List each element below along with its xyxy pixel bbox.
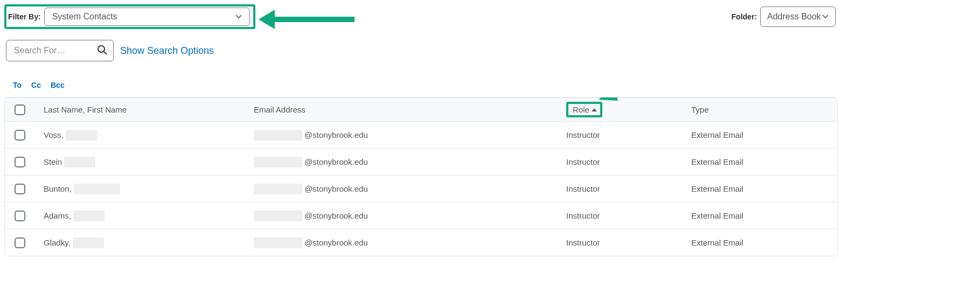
cell-role: Instructor xyxy=(558,211,683,220)
redacted-email-local xyxy=(254,157,302,167)
recipient-links: To Cc Bcc xyxy=(13,81,976,89)
filter-by-select[interactable]: System Contacts xyxy=(44,8,250,26)
show-search-options-link[interactable]: Show Search Options xyxy=(120,45,214,57)
redacted-email-local xyxy=(254,211,302,221)
cell-lastname: Gladky, xyxy=(44,238,71,247)
filter-by-label: Filter By: xyxy=(8,12,41,21)
table-header-row: Last Name, First Name Email Address Role… xyxy=(5,97,837,121)
cell-email-domain: @stonybrook.edu xyxy=(304,130,368,139)
redacted-firstname xyxy=(73,237,104,248)
svg-point-0 xyxy=(98,46,105,52)
row-checkbox[interactable] xyxy=(15,157,25,167)
folder-value: Address Book xyxy=(767,12,821,22)
search-box[interactable] xyxy=(6,40,114,61)
search-icon[interactable] xyxy=(97,45,108,57)
row-checkbox[interactable] xyxy=(15,237,25,248)
table-row: Stein @stonybrook.edu Instructor Externa… xyxy=(5,148,837,175)
redacted-firstname xyxy=(66,130,97,141)
header-name[interactable]: Last Name, First Name xyxy=(35,105,245,114)
redacted-firstname xyxy=(73,211,105,221)
header-email[interactable]: Email Address xyxy=(245,105,558,114)
cell-role: Instructor xyxy=(558,157,683,166)
search-input[interactable] xyxy=(13,45,94,56)
cell-email-domain: @stonybrook.edu xyxy=(304,211,368,220)
cell-type: External Email xyxy=(683,238,837,247)
chevron-down-icon xyxy=(235,15,242,19)
cell-type: External Email xyxy=(683,130,837,139)
filter-by-highlight: Filter By: System Contacts xyxy=(4,4,255,29)
redacted-firstname xyxy=(64,157,95,167)
cc-link[interactable]: Cc xyxy=(31,81,41,89)
cell-role: Instructor xyxy=(558,130,683,139)
contacts-table: Last Name, First Name Email Address Role… xyxy=(4,97,838,256)
cell-role: Instructor xyxy=(558,238,683,247)
header-role-sorted[interactable]: Role xyxy=(566,102,602,117)
annotation-arrow-filter xyxy=(258,6,360,33)
cell-role: Instructor xyxy=(558,184,683,193)
cell-type: External Email xyxy=(683,184,837,193)
table-row: Gladky, @stonybrook.edu Instructor Exter… xyxy=(5,229,837,256)
table-row: Bunton, @stonybrook.edu Instructor Exter… xyxy=(5,175,837,202)
sort-asc-icon xyxy=(592,108,597,111)
row-checkbox[interactable] xyxy=(15,211,25,221)
redacted-firstname xyxy=(74,184,120,194)
chevron-down-icon xyxy=(822,15,829,19)
cell-lastname: Voss, xyxy=(44,130,64,139)
redacted-email-local xyxy=(254,130,302,141)
redacted-email-local xyxy=(254,184,302,194)
select-all-checkbox[interactable] xyxy=(15,104,25,115)
folder-label: Folder: xyxy=(732,12,757,21)
cell-email-domain: @stonybrook.edu xyxy=(304,238,368,247)
row-checkbox[interactable] xyxy=(15,184,25,194)
cell-type: External Email xyxy=(683,157,837,166)
cell-lastname: Adams, xyxy=(44,211,71,220)
cell-lastname: Bunton, xyxy=(44,184,72,193)
bcc-link[interactable]: Bcc xyxy=(51,81,65,89)
redacted-email-local xyxy=(254,237,302,248)
cell-email-domain: @stonybrook.edu xyxy=(304,157,368,166)
cell-type: External Email xyxy=(683,211,837,220)
to-link[interactable]: To xyxy=(13,81,22,89)
row-checkbox[interactable] xyxy=(15,130,25,141)
header-type[interactable]: Type xyxy=(683,105,837,114)
cell-email-domain: @stonybrook.edu xyxy=(304,184,368,193)
header-role-label: Role xyxy=(573,105,589,114)
table-row: Adams, @stonybrook.edu Instructor Extern… xyxy=(5,202,837,229)
cell-lastname: Stein xyxy=(44,157,62,166)
filter-by-value: System Contacts xyxy=(52,12,117,22)
folder-select[interactable]: Address Book xyxy=(760,6,836,27)
table-row: Voss, @stonybrook.edu Instructor Externa… xyxy=(5,121,837,148)
